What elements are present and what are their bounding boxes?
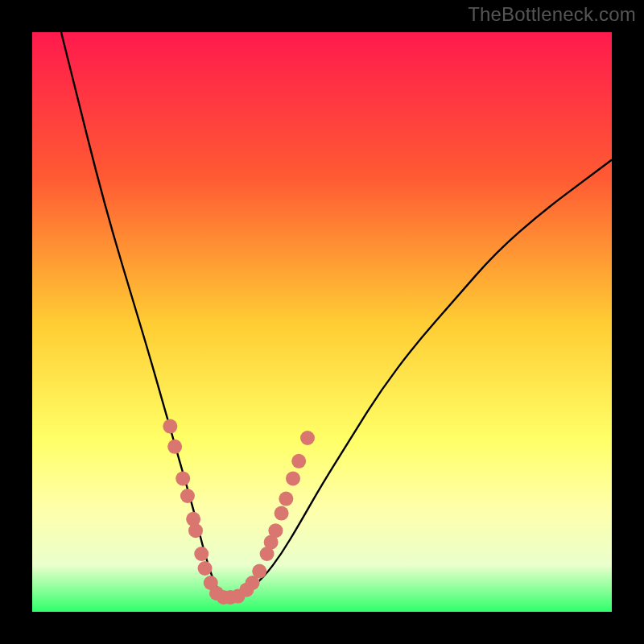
marker-point: [163, 419, 177, 434]
marker-point: [167, 440, 182, 454]
marker-point: [252, 564, 266, 579]
marker-point: [275, 506, 289, 521]
marker-point: [188, 523, 203, 538]
marker-point: [279, 492, 293, 506]
marker-point: [291, 454, 306, 469]
chart-frame: TheBottleneck.com: [0, 0, 644, 644]
plot-area: [32, 32, 612, 612]
marker-point: [180, 489, 195, 503]
marker-point: [286, 471, 300, 485]
gradient-background: [32, 32, 612, 612]
marker-point: [268, 523, 283, 538]
marker-point: [175, 471, 190, 485]
marker-point: [300, 431, 315, 445]
watermark-text: TheBottleneck.com: [468, 3, 636, 26]
chart-svg: [32, 32, 612, 612]
marker-point: [198, 561, 213, 576]
marker-point: [194, 547, 208, 561]
